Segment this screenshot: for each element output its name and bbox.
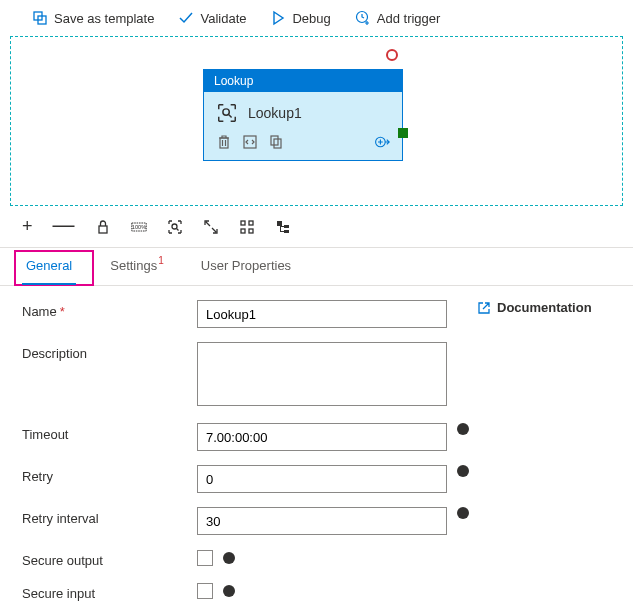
info-icon[interactable]	[457, 507, 469, 519]
external-link-icon	[477, 301, 491, 315]
trash-icon[interactable]	[216, 134, 232, 150]
zoom-fit-icon[interactable]	[167, 219, 183, 235]
top-toolbar: Save as template Validate Debug Add trig…	[0, 0, 633, 36]
secure-output-label: Secure output	[22, 549, 197, 568]
validation-error-indicator-icon	[386, 49, 398, 61]
checkmark-icon	[178, 10, 194, 26]
documentation-label: Documentation	[497, 300, 592, 315]
svg-rect-18	[284, 225, 289, 228]
activity-body: Lookup1	[204, 92, 402, 130]
debug-label: Debug	[292, 11, 330, 26]
tab-general[interactable]: General	[22, 248, 76, 285]
svg-text:100%: 100%	[131, 224, 145, 230]
activity-name-label: Lookup1	[248, 105, 302, 121]
play-icon	[270, 10, 286, 26]
save-as-template-button[interactable]: Save as template	[32, 10, 154, 26]
retry-interval-label: Retry interval	[22, 507, 197, 526]
hierarchy-icon[interactable]	[275, 219, 291, 235]
copy-icon[interactable]	[268, 134, 284, 150]
activity-node-lookup[interactable]: Lookup Lookup1	[203, 69, 403, 161]
fullscreen-icon[interactable]	[203, 219, 219, 235]
info-icon[interactable]	[223, 585, 235, 597]
activity-type-label: Lookup	[204, 70, 402, 92]
svg-rect-16	[249, 229, 253, 233]
add-trigger-label: Add trigger	[377, 11, 441, 26]
svg-rect-14	[249, 221, 253, 225]
zoom-in-button[interactable]: +	[22, 216, 33, 237]
canvas-toolbar: + — 100%	[0, 206, 633, 248]
name-label: Name*	[22, 300, 197, 319]
svg-point-3	[223, 109, 229, 115]
tab-settings-label: Settings	[110, 258, 157, 273]
svg-rect-4	[220, 138, 228, 148]
retry-input[interactable]	[197, 465, 447, 493]
validate-button[interactable]: Validate	[178, 10, 246, 26]
timeout-label: Timeout	[22, 423, 197, 442]
info-icon[interactable]	[457, 465, 469, 477]
svg-rect-9	[99, 226, 107, 233]
info-icon[interactable]	[223, 552, 235, 564]
description-label: Description	[22, 342, 197, 361]
zoom-100-icon[interactable]: 100%	[131, 219, 147, 235]
lookup-icon	[216, 102, 238, 124]
success-connector-handle[interactable]	[398, 128, 408, 138]
clock-plus-icon	[355, 10, 371, 26]
svg-rect-19	[284, 230, 289, 233]
retry-label: Retry	[22, 465, 197, 484]
validate-label: Validate	[200, 11, 246, 26]
description-input[interactable]	[197, 342, 447, 406]
retry-interval-input[interactable]	[197, 507, 447, 535]
svg-rect-17	[277, 221, 282, 226]
secure-input-checkbox[interactable]	[197, 583, 213, 599]
secure-input-label: Secure input	[22, 582, 197, 601]
tab-settings-badge: 1	[158, 255, 164, 266]
tab-general-label: General	[26, 258, 72, 273]
save-as-template-label: Save as template	[54, 11, 154, 26]
documentation-link[interactable]: Documentation	[477, 300, 592, 315]
add-output-arrow-icon[interactable]	[374, 134, 390, 150]
svg-rect-22	[280, 231, 284, 232]
svg-rect-21	[280, 226, 284, 227]
svg-rect-15	[241, 229, 245, 233]
zoom-out-button[interactable]: —	[53, 220, 75, 230]
tab-user-properties[interactable]: User Properties	[197, 248, 295, 285]
name-input[interactable]	[197, 300, 447, 328]
auto-align-icon[interactable]	[239, 219, 255, 235]
svg-point-12	[172, 224, 177, 229]
pipeline-canvas[interactable]: Lookup Lookup1	[10, 36, 623, 206]
lock-icon[interactable]	[95, 219, 111, 235]
timeout-input[interactable]	[197, 423, 447, 451]
tabs-bar: General Settings1 User Properties	[0, 248, 633, 286]
debug-button[interactable]: Debug	[270, 10, 330, 26]
save-template-icon	[32, 10, 48, 26]
svg-rect-13	[241, 221, 245, 225]
secure-output-checkbox[interactable]	[197, 550, 213, 566]
add-trigger-button[interactable]: Add trigger	[355, 10, 441, 26]
activity-footer	[204, 130, 402, 160]
tab-user-properties-label: User Properties	[201, 258, 291, 273]
info-icon[interactable]	[457, 423, 469, 435]
tab-settings[interactable]: Settings1	[106, 248, 167, 285]
code-icon[interactable]	[242, 134, 258, 150]
general-form: Name* Documentation Description Timeout …	[0, 286, 633, 614]
